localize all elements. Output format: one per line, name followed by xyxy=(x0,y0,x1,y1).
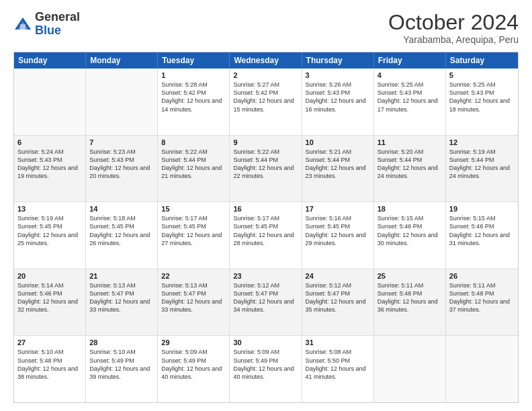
day-number: 27 xyxy=(17,338,82,347)
calendar-row-5: 27Sunrise: 5:10 AM Sunset: 5:48 PM Dayli… xyxy=(14,335,518,402)
day-cell-5: 5Sunrise: 5:25 AM Sunset: 5:43 PM Daylig… xyxy=(446,68,518,135)
day-cell-20: 20Sunrise: 5:14 AM Sunset: 5:46 PM Dayli… xyxy=(14,269,86,336)
day-cell-29: 29Sunrise: 5:09 AM Sunset: 5:49 PM Dayli… xyxy=(158,336,230,402)
calendar-row-2: 6Sunrise: 5:24 AM Sunset: 5:43 PM Daylig… xyxy=(14,135,518,202)
day-cell-27: 27Sunrise: 5:10 AM Sunset: 5:48 PM Dayli… xyxy=(14,336,86,402)
day-number: 16 xyxy=(233,205,298,213)
day-info: Sunrise: 5:19 AM Sunset: 5:44 PM Dayligh… xyxy=(449,148,515,181)
day-info: Sunrise: 5:18 AM Sunset: 5:45 PM Dayligh… xyxy=(89,214,154,247)
day-info: Sunrise: 5:10 AM Sunset: 5:49 PM Dayligh… xyxy=(89,348,154,381)
calendar-row-3: 13Sunrise: 5:19 AM Sunset: 5:45 PM Dayli… xyxy=(14,201,518,269)
day-number: 24 xyxy=(306,272,370,280)
day-number: 18 xyxy=(378,205,442,213)
day-number: 12 xyxy=(449,138,515,146)
day-number: 10 xyxy=(306,138,370,146)
day-cell-23: 23Sunrise: 5:12 AM Sunset: 5:47 PM Dayli… xyxy=(230,269,302,336)
day-number: 29 xyxy=(161,338,226,347)
day-cell-1: 1Sunrise: 5:28 AM Sunset: 5:42 PM Daylig… xyxy=(158,68,230,135)
logo-general: General xyxy=(35,10,80,24)
day-number: 11 xyxy=(378,138,442,146)
day-cell-31: 31Sunrise: 5:08 AM Sunset: 5:50 PM Dayli… xyxy=(302,336,374,402)
day-cell-26: 26Sunrise: 5:11 AM Sunset: 5:48 PM Dayli… xyxy=(446,269,518,336)
day-cell-28: 28Sunrise: 5:10 AM Sunset: 5:49 PM Dayli… xyxy=(86,336,158,402)
day-number: 30 xyxy=(233,338,298,347)
header-day-thursday: Thursday xyxy=(302,52,374,68)
day-cell-10: 10Sunrise: 5:21 AM Sunset: 5:44 PM Dayli… xyxy=(302,136,374,202)
day-number: 17 xyxy=(306,205,370,213)
header-day-saturday: Saturday xyxy=(446,52,518,68)
day-info: Sunrise: 5:24 AM Sunset: 5:43 PM Dayligh… xyxy=(17,148,82,181)
location-subtitle: Yarabamba, Arequipa, Peru xyxy=(388,34,519,45)
day-cell-25: 25Sunrise: 5:11 AM Sunset: 5:48 PM Dayli… xyxy=(374,269,446,336)
calendar-header-row: SundayMondayTuesdayWednesdayThursdayFrid… xyxy=(14,52,518,68)
day-number: 8 xyxy=(161,138,226,146)
day-cell-4: 4Sunrise: 5:25 AM Sunset: 5:43 PM Daylig… xyxy=(374,68,446,135)
day-cell-13: 13Sunrise: 5:19 AM Sunset: 5:45 PM Dayli… xyxy=(14,202,86,269)
day-info: Sunrise: 5:12 AM Sunset: 5:47 PM Dayligh… xyxy=(306,281,370,314)
header: General Blue October 2024 Yarabamba, Are… xyxy=(13,11,519,45)
day-number: 31 xyxy=(306,338,370,347)
day-number: 4 xyxy=(378,71,442,79)
day-number: 25 xyxy=(378,272,442,280)
header-day-wednesday: Wednesday xyxy=(230,52,302,68)
day-number: 19 xyxy=(449,205,515,213)
day-cell-18: 18Sunrise: 5:15 AM Sunset: 5:46 PM Dayli… xyxy=(374,202,446,269)
day-info: Sunrise: 5:09 AM Sunset: 5:49 PM Dayligh… xyxy=(233,348,298,381)
logo-blue: Blue xyxy=(35,24,61,37)
day-cell-15: 15Sunrise: 5:17 AM Sunset: 5:45 PM Dayli… xyxy=(158,202,230,269)
day-number: 1 xyxy=(161,71,226,79)
day-info: Sunrise: 5:25 AM Sunset: 5:43 PM Dayligh… xyxy=(449,81,515,113)
day-number: 7 xyxy=(89,138,154,146)
day-cell-6: 6Sunrise: 5:24 AM Sunset: 5:43 PM Daylig… xyxy=(14,136,86,202)
day-info: Sunrise: 5:10 AM Sunset: 5:48 PM Dayligh… xyxy=(17,348,82,381)
header-day-sunday: Sunday xyxy=(14,52,86,68)
month-title: October 2024 xyxy=(388,11,519,34)
day-info: Sunrise: 5:12 AM Sunset: 5:47 PM Dayligh… xyxy=(233,281,298,314)
day-info: Sunrise: 5:15 AM Sunset: 5:46 PM Dayligh… xyxy=(449,214,515,247)
day-number: 26 xyxy=(449,272,515,280)
empty-cell xyxy=(86,68,158,135)
day-info: Sunrise: 5:28 AM Sunset: 5:42 PM Dayligh… xyxy=(161,81,226,113)
day-cell-12: 12Sunrise: 5:19 AM Sunset: 5:44 PM Dayli… xyxy=(446,136,518,202)
day-number: 14 xyxy=(89,205,154,213)
day-number: 6 xyxy=(17,138,82,146)
logo-text: General Blue xyxy=(35,11,80,38)
empty-cell xyxy=(14,68,86,135)
day-cell-17: 17Sunrise: 5:16 AM Sunset: 5:45 PM Dayli… xyxy=(302,202,374,269)
day-info: Sunrise: 5:27 AM Sunset: 5:42 PM Dayligh… xyxy=(233,81,298,113)
day-number: 28 xyxy=(89,338,154,347)
day-number: 21 xyxy=(89,272,154,280)
day-info: Sunrise: 5:08 AM Sunset: 5:50 PM Dayligh… xyxy=(306,348,370,381)
day-info: Sunrise: 5:20 AM Sunset: 5:44 PM Dayligh… xyxy=(378,148,442,181)
day-cell-21: 21Sunrise: 5:13 AM Sunset: 5:47 PM Dayli… xyxy=(86,269,158,336)
day-cell-11: 11Sunrise: 5:20 AM Sunset: 5:44 PM Dayli… xyxy=(374,136,446,202)
day-cell-8: 8Sunrise: 5:22 AM Sunset: 5:44 PM Daylig… xyxy=(158,136,230,202)
day-info: Sunrise: 5:22 AM Sunset: 5:44 PM Dayligh… xyxy=(233,148,298,181)
day-number: 9 xyxy=(233,138,298,146)
day-cell-24: 24Sunrise: 5:12 AM Sunset: 5:47 PM Dayli… xyxy=(302,269,374,336)
day-info: Sunrise: 5:11 AM Sunset: 5:48 PM Dayligh… xyxy=(449,281,515,314)
day-number: 3 xyxy=(306,71,370,79)
day-cell-3: 3Sunrise: 5:26 AM Sunset: 5:43 PM Daylig… xyxy=(302,68,374,135)
day-cell-16: 16Sunrise: 5:17 AM Sunset: 5:45 PM Dayli… xyxy=(230,202,302,269)
day-info: Sunrise: 5:14 AM Sunset: 5:46 PM Dayligh… xyxy=(17,281,82,314)
logo-icon xyxy=(13,15,32,34)
day-cell-9: 9Sunrise: 5:22 AM Sunset: 5:44 PM Daylig… xyxy=(230,136,302,202)
logo: General Blue xyxy=(13,11,80,38)
day-info: Sunrise: 5:23 AM Sunset: 5:43 PM Dayligh… xyxy=(89,148,154,181)
day-number: 20 xyxy=(17,272,82,280)
empty-cell xyxy=(374,336,446,402)
header-day-monday: Monday xyxy=(86,52,158,68)
day-cell-7: 7Sunrise: 5:23 AM Sunset: 5:43 PM Daylig… xyxy=(86,136,158,202)
day-cell-2: 2Sunrise: 5:27 AM Sunset: 5:42 PM Daylig… xyxy=(230,68,302,135)
day-info: Sunrise: 5:11 AM Sunset: 5:48 PM Dayligh… xyxy=(378,281,442,314)
day-cell-19: 19Sunrise: 5:15 AM Sunset: 5:46 PM Dayli… xyxy=(446,202,518,269)
empty-cell xyxy=(446,336,518,402)
day-number: 2 xyxy=(233,71,298,79)
calendar-row-4: 20Sunrise: 5:14 AM Sunset: 5:46 PM Dayli… xyxy=(14,269,518,336)
day-cell-22: 22Sunrise: 5:13 AM Sunset: 5:47 PM Dayli… xyxy=(158,269,230,336)
header-day-tuesday: Tuesday xyxy=(158,52,230,68)
day-info: Sunrise: 5:16 AM Sunset: 5:45 PM Dayligh… xyxy=(306,214,370,247)
calendar: SundayMondayTuesdayWednesdayThursdayFrid… xyxy=(13,52,519,403)
day-info: Sunrise: 5:21 AM Sunset: 5:44 PM Dayligh… xyxy=(306,148,370,181)
